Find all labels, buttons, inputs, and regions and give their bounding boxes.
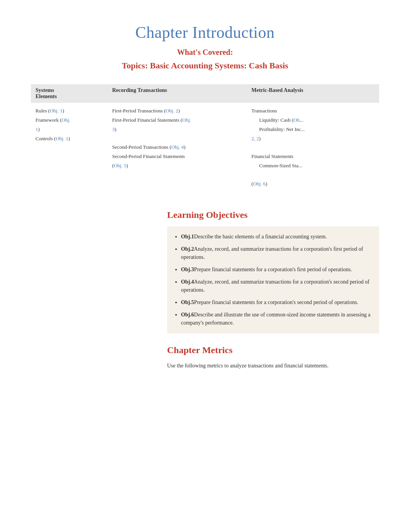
- obj-label-1: Obj.1: [181, 234, 194, 240]
- col-recording-content: First-Period Transactions (Obj. 2) First…: [107, 103, 247, 193]
- obj-label-5: Obj.5: [181, 299, 194, 305]
- list-item: Obj.2Analyze, record, and summarize tran…: [181, 245, 373, 262]
- link-obj1-framework[interactable]: Obj.: [62, 117, 71, 123]
- list-item: Obj.6Describe and illustrate the use of …: [181, 311, 373, 327]
- topics-title: Topics: Basic Accounting Systems: Cash B…: [31, 60, 379, 72]
- link-obj3[interactable]: Obj.: [182, 117, 191, 123]
- center-content: Learning Objectives Obj.1Describe the ba…: [163, 205, 379, 371]
- col-header-systems: SystemsElements: [31, 84, 107, 103]
- obj-label-4: Obj.4: [181, 279, 194, 285]
- whats-covered-label: What's Covered:: [31, 48, 379, 57]
- list-item: Obj.3Prepare financial statements for a …: [181, 265, 373, 274]
- obj-text-4: Analyze, record, and summarize transacti…: [181, 279, 369, 293]
- link-obj-profit[interactable]: 2, 2: [251, 136, 259, 141]
- list-item: Obj.5Prepare financial statements for a …: [181, 298, 373, 307]
- col-metric-content: Transactions Liquidity: Cash (Ob... Prof…: [247, 103, 379, 193]
- obj-text-1: Describe the basic elements of a financi…: [194, 234, 327, 240]
- link-obj-liq[interactable]: Ob: [293, 117, 300, 123]
- list-item: Obj.1Describe the basic elements of a fi…: [181, 233, 373, 241]
- link-obj3b[interactable]: 3: [112, 126, 115, 132]
- page-title: Chapter Introduction: [31, 23, 379, 42]
- col-header-metric: Metric-Based Analysis: [247, 84, 379, 103]
- link-obj5[interactable]: Obj. 5: [114, 163, 127, 168]
- obj-label-3: Obj.3: [181, 267, 194, 272]
- obj-text-3: Prepare financial statements for a corpo…: [194, 267, 352, 272]
- chapter-metrics-description: Use the following metrics to analyze tra…: [167, 362, 379, 370]
- overview-table: SystemsElements Recording Transactions M…: [31, 84, 379, 193]
- link-obj1-rules[interactable]: Obj. 1: [50, 108, 63, 114]
- col-systems-content: Rules (Obj. 1) Framework (Obj. 1) Contro…: [31, 103, 107, 193]
- link-obj6[interactable]: Obj. 6: [253, 181, 266, 187]
- link-obj4[interactable]: Obj. 4: [171, 144, 184, 150]
- col-header-recording: Recording Transactions: [107, 84, 247, 103]
- chapter-metrics-heading: Chapter Metrics: [167, 344, 379, 356]
- list-item: Obj.4Analyze, record, and summarize tran…: [181, 278, 373, 294]
- obj-label-6: Obj.6: [181, 312, 194, 318]
- obj-text-5: Prepare financial statements for a corpo…: [194, 299, 358, 305]
- obj-text-2: Analyze, record, and summarize transacti…: [181, 246, 363, 260]
- obj-text-6: Describe and illustrate the use of commo…: [181, 312, 371, 326]
- left-spacer: [31, 205, 163, 371]
- link-obj1-controls[interactable]: Obj. 1: [56, 136, 68, 141]
- obj-label-2: Obj.2: [181, 246, 194, 252]
- link-obj2[interactable]: Obj. 2: [166, 108, 178, 114]
- link-obj1-framework2[interactable]: 1: [36, 126, 38, 132]
- learning-objectives-heading: Learning Objectives: [167, 209, 379, 221]
- objectives-list: Obj.1Describe the basic elements of a fi…: [167, 226, 379, 333]
